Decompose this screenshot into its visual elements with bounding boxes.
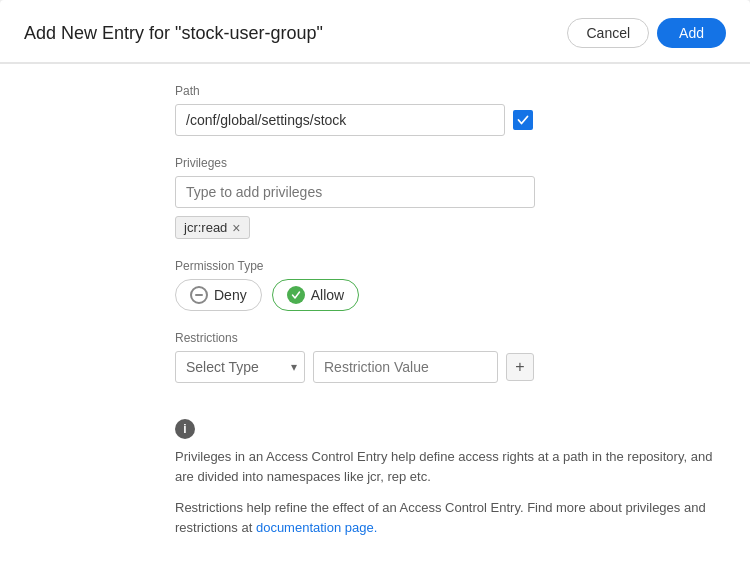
add-icon: + (515, 358, 524, 376)
documentation-link[interactable]: documentation page. (256, 520, 377, 535)
info-section: i Privileges in an Access Control Entry … (175, 403, 726, 537)
add-button[interactable]: Add (657, 18, 726, 48)
modal-body: Path Privileges jcr:read × (0, 64, 750, 561)
path-input[interactable] (175, 104, 505, 136)
select-type-wrapper: Select Type ▾ (175, 351, 305, 383)
tag-close-icon[interactable]: × (232, 221, 240, 235)
info-paragraph-2: Restrictions help refine the effect of a… (175, 498, 726, 537)
restrictions-row: Select Type ▾ + (175, 351, 726, 383)
cancel-button[interactable]: Cancel (567, 18, 649, 48)
privileges-field-group: Privileges jcr:read × (175, 156, 726, 239)
privileges-input[interactable] (175, 176, 535, 208)
permission-type-label: Permission Type (175, 259, 726, 273)
restriction-value-input[interactable] (313, 351, 498, 383)
select-type[interactable]: Select Type (175, 351, 305, 383)
allow-button[interactable]: Allow (272, 279, 359, 311)
permission-type-field-group: Permission Type Deny Allow (175, 259, 726, 311)
add-restriction-button[interactable]: + (506, 353, 534, 381)
allow-icon (287, 286, 305, 304)
info-paragraph-1: Privileges in an Access Control Entry he… (175, 447, 726, 486)
allow-label: Allow (311, 287, 344, 303)
path-checkbox[interactable] (513, 110, 533, 130)
deny-button[interactable]: Deny (175, 279, 262, 311)
permission-row: Deny Allow (175, 279, 726, 311)
deny-icon (190, 286, 208, 304)
deny-label: Deny (214, 287, 247, 303)
restrictions-label: Restrictions (175, 331, 726, 345)
info-icon: i (175, 419, 195, 439)
restrictions-field-group: Restrictions Select Type ▾ + (175, 331, 726, 383)
path-field-group: Path (175, 84, 726, 136)
path-row (175, 104, 726, 136)
path-label: Path (175, 84, 726, 98)
modal-container: Add New Entry for "stock-user-group" Can… (0, 0, 750, 561)
info-paragraph-2-prefix: Restrictions help refine the effect of a… (175, 500, 706, 535)
header-actions: Cancel Add (567, 18, 726, 48)
tag-label: jcr:read (184, 220, 227, 235)
privileges-label: Privileges (175, 156, 726, 170)
privilege-tag: jcr:read × (175, 216, 250, 239)
modal-header: Add New Entry for "stock-user-group" Can… (0, 0, 750, 63)
modal-title: Add New Entry for "stock-user-group" (24, 23, 323, 44)
tag-row: jcr:read × (175, 216, 726, 239)
